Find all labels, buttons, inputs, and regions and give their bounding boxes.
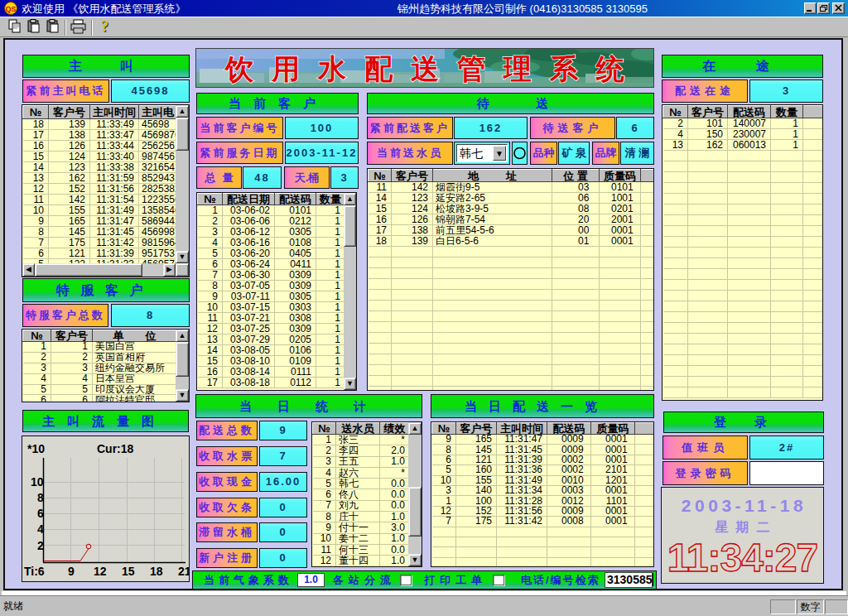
svg-text:Cur:18: Cur:18: [97, 442, 134, 455]
svg-text:9: 9: [68, 565, 75, 578]
svg-text:QS: QS: [5, 5, 16, 13]
svg-text:10: 10: [31, 475, 44, 488]
svg-text:Ti:6: Ti:6: [24, 565, 45, 578]
svg-text:饮用水配送管理系统: 饮用水配送管理系统: [224, 53, 643, 84]
svg-text:*10: *10: [27, 442, 45, 455]
svg-text:21: 21: [178, 565, 189, 578]
svg-text:15: 15: [122, 565, 135, 578]
svg-text:18: 18: [150, 565, 163, 578]
svg-text:12: 12: [94, 565, 107, 578]
